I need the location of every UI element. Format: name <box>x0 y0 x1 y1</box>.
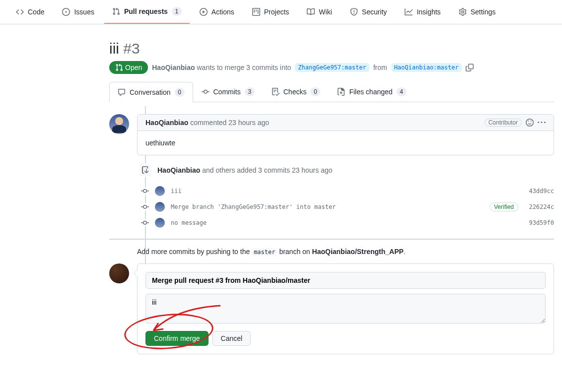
viewer-avatar[interactable] <box>109 263 129 283</box>
book-icon <box>307 8 315 16</box>
verified-badge[interactable]: Verified <box>490 202 518 211</box>
commit-message[interactable]: no message <box>171 219 518 226</box>
tab-pulls[interactable]: Pull requests 1 <box>104 0 190 24</box>
push-hint: Add more commits by pushing to the maste… <box>137 248 554 256</box>
tab-projects[interactable]: Projects <box>244 0 297 24</box>
hint-branch: master <box>252 248 277 256</box>
tab-pulls-label: Pull requests <box>124 4 168 19</box>
commits-event: HaoQianbiao and others added 3 commits 2… <box>137 163 554 231</box>
graph-icon <box>405 8 413 16</box>
tab-insights-label: Insights <box>417 4 440 19</box>
timeline: HaoQianbiao commented 23 hours ago Contr… <box>109 106 554 354</box>
smiley-icon[interactable] <box>526 119 534 127</box>
commits-time[interactable]: 23 hours ago <box>292 166 333 174</box>
comment-author[interactable]: HaoQianbiao <box>145 119 188 127</box>
cancel-button[interactable]: Cancel <box>212 331 251 346</box>
kebab-icon[interactable] <box>538 119 546 127</box>
commit-message[interactable]: iii <box>171 188 518 195</box>
file-diff-icon <box>337 88 345 96</box>
tab-security[interactable]: Security <box>342 0 395 24</box>
checklist-icon <box>272 88 280 96</box>
state-badge: Open <box>109 61 148 74</box>
pulls-count: 1 <box>172 7 182 16</box>
pr-title: iii #3 <box>109 40 554 57</box>
commit-dot-icon <box>141 203 149 211</box>
gear-icon <box>459 8 467 16</box>
copy-icon[interactable] <box>466 64 474 71</box>
issue-icon <box>62 8 70 16</box>
commit-icon <box>202 88 210 96</box>
checks-count: 0 <box>310 87 320 96</box>
commit-message[interactable]: Merge branch 'ZhangGeGe957:master' into … <box>171 203 484 210</box>
pr-subnav: Conversation 0 Commits 3 Checks 0 Files … <box>109 82 554 102</box>
merge-body-textarea[interactable] <box>145 294 546 324</box>
pr-title-text: iii <box>109 40 119 57</box>
tab-code[interactable]: Code <box>8 0 52 24</box>
commit-dot-icon <box>141 187 149 195</box>
tab-insights[interactable]: Insights <box>397 0 448 24</box>
comment-icon <box>118 88 126 96</box>
project-icon <box>252 8 260 16</box>
pull-request-icon <box>115 64 123 71</box>
state-text: Open <box>125 64 142 71</box>
tab-wiki[interactable]: Wiki <box>299 0 340 24</box>
base-branch[interactable]: ZhangGeGe957:master <box>295 63 369 72</box>
repo-tabnav: Code Issues Pull requests 1 Actions Proj… <box>0 0 562 24</box>
tab-actions[interactable]: Actions <box>192 0 242 24</box>
tab-security-label: Security <box>362 4 387 19</box>
pr-meta-text: HaoQianbiao wants to merge 3 commits int… <box>152 64 291 71</box>
tab-commits[interactable]: Commits 3 <box>193 82 263 102</box>
commit-avatar[interactable] <box>155 218 165 228</box>
merge-title-input[interactable] <box>145 272 546 289</box>
tab-issues-label: Issues <box>74 4 94 19</box>
pr-header: iii #3 Open HaoQianbiao wants to merge 3… <box>109 32 554 106</box>
hint-repo[interactable]: HaoQianbiao/Strength_APP <box>312 248 404 256</box>
divider <box>109 239 554 240</box>
pull-request-icon <box>112 7 120 15</box>
commit-dot-icon <box>141 219 149 227</box>
commit-avatar[interactable] <box>155 202 165 212</box>
tab-actions-label: Actions <box>211 4 234 19</box>
play-icon <box>200 8 208 16</box>
push-badge-icon <box>139 163 152 177</box>
tab-conversation[interactable]: Conversation 0 <box>109 82 193 102</box>
comment-time[interactable]: 23 hours ago <box>228 119 269 127</box>
commit-row: Merge branch 'ZhangGeGe957:master' into … <box>141 199 554 215</box>
comment-body: uethiuwte <box>138 131 554 155</box>
shield-icon <box>350 8 358 16</box>
tab-files[interactable]: Files changed 4 <box>329 82 415 102</box>
role-badge: Contributor <box>485 119 522 127</box>
pr-author[interactable]: HaoQianbiao <box>152 64 195 71</box>
code-icon <box>16 8 24 16</box>
tab-code-label: Code <box>28 4 44 19</box>
commit-sha[interactable]: 43dd9cc <box>524 188 554 195</box>
commit-row: iii 43dd9cc <box>141 183 554 199</box>
merge-form: Confirm merge Cancel <box>137 263 554 354</box>
conversation-count: 0 <box>175 88 185 97</box>
head-branch[interactable]: HaoQianbiao:master <box>391 63 462 72</box>
files-count: 4 <box>397 87 407 96</box>
comment: HaoQianbiao commented 23 hours ago Contr… <box>137 114 554 155</box>
commit-row: no message 93d59f0 <box>141 215 554 231</box>
tab-settings[interactable]: Settings <box>451 0 504 24</box>
commit-sha[interactable]: 93d59f0 <box>524 219 554 226</box>
commits-author[interactable]: HaoQianbiao <box>157 166 200 174</box>
commits-count: 3 <box>245 87 255 96</box>
commit-avatar[interactable] <box>155 186 165 196</box>
pr-number: #3 <box>123 40 140 57</box>
author-avatar[interactable] <box>109 114 129 134</box>
tab-wiki-label: Wiki <box>319 4 332 19</box>
tab-settings-label: Settings <box>471 4 496 19</box>
tab-checks[interactable]: Checks 0 <box>263 82 329 102</box>
tab-issues[interactable]: Issues <box>54 0 102 24</box>
confirm-merge-button[interactable]: Confirm merge <box>145 331 209 346</box>
commit-sha[interactable]: 226224c <box>524 203 554 210</box>
tab-projects-label: Projects <box>264 4 289 19</box>
